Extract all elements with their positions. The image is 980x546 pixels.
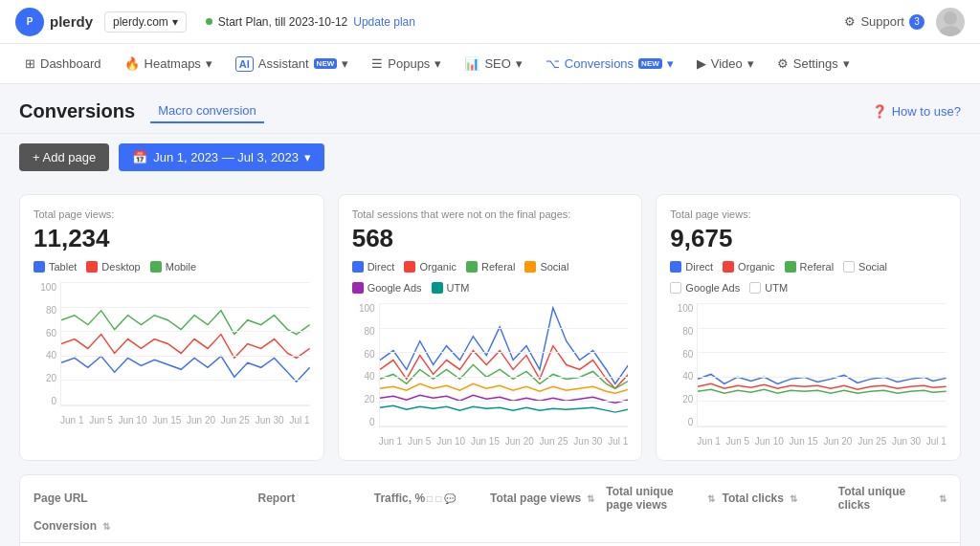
navbar: ⊞ Dashboard 🔥 Heatmaps ▾ AI Assistant NE…: [0, 44, 980, 84]
how-to-use-link[interactable]: ❓ How to use?: [872, 104, 961, 119]
controls-bar: + Add page 📅 Jun 1, 2023 — Jul 3, 2023 ▾: [0, 134, 980, 181]
nav-label-seo: SEO: [484, 56, 510, 71]
legend-direct-3: Direct: [670, 261, 713, 273]
page-header: Conversions Macro conversion ❓ How to us…: [0, 84, 980, 134]
legend-color-organic-3: [723, 261, 734, 273]
chart-label-2: Total sessions that were not on the fina…: [352, 208, 629, 220]
legend-color-utm: [432, 282, 443, 294]
assistant-new-badge: NEW: [314, 58, 338, 69]
nav-item-popups[interactable]: ☰ Popups ▾: [362, 51, 451, 76]
plan-text: Start Plan, till 2023-10-12: [218, 15, 347, 29]
legend-label-direct: Direct: [368, 261, 395, 273]
chart-area-2: 100806040200: [352, 303, 629, 447]
col-traffic[interactable]: Traffic, % □ □ 💬: [374, 491, 482, 505]
nav-item-heatmaps[interactable]: 🔥 Heatmaps ▾: [115, 51, 222, 76]
legend-label-social-3: Social: [858, 261, 887, 273]
sort-icon-conversion: [102, 521, 110, 532]
chart-yaxis-2: 100806040200: [352, 303, 379, 427]
gridlines-3: [698, 303, 947, 426]
nav-item-conversions[interactable]: ⌥ Conversions NEW ▾: [536, 51, 683, 76]
legend-label-google-ads-3: Google Ads: [685, 282, 740, 294]
chevron-down-icon: ▾: [434, 56, 441, 71]
legend-color-organic: [404, 261, 415, 273]
nav-label-conversions: Conversions: [565, 56, 634, 71]
macro-conversion-tab[interactable]: Macro conversion: [150, 99, 264, 123]
funnel-icon: ⌥: [546, 56, 560, 71]
chart-area-1: 100806040200 Jun 1Jun 5Jun 10Jun 15Jun 2…: [33, 282, 310, 426]
legend-label-direct-3: Direct: [685, 261, 713, 273]
chevron-down-icon: ▾: [342, 56, 348, 71]
update-plan-link[interactable]: Update plan: [353, 15, 415, 29]
legend-social-3: Social: [843, 261, 887, 273]
legend-utm-3: UTM: [749, 282, 788, 294]
col-total-unique-clicks[interactable]: Total unique clicks: [838, 485, 947, 512]
nav-label-assistant: Assistant: [258, 56, 309, 71]
support-label: Support: [860, 14, 904, 29]
plan-info: Start Plan, till 2023-10-12 Update plan: [206, 15, 415, 29]
col-total-unique-page-views[interactable]: Total unique page views: [606, 485, 714, 512]
col-total-clicks[interactable]: Total clicks: [723, 491, 831, 505]
traffic-icon-1: □: [427, 493, 433, 504]
col-total-page-views[interactable]: Total page views: [490, 491, 598, 505]
legend-color-google-ads: [352, 282, 364, 294]
legend-color-referal: [466, 261, 478, 273]
legend-label-social: Social: [540, 261, 568, 273]
chevron-down-icon: ▾: [206, 56, 212, 71]
nav-label-popups: Popups: [388, 56, 430, 71]
legend-referal: Referal: [466, 261, 515, 273]
chart-legend-2: Direct Organic Referal Social Google Ads…: [352, 261, 629, 294]
legend-direct: Direct: [352, 261, 395, 273]
chevron-down-icon: ▾: [843, 56, 850, 71]
traffic-icon-3: 💬: [444, 493, 456, 504]
gridlines-2: [380, 303, 629, 426]
col-label-total-page-views: Total page views: [490, 491, 581, 505]
sort-icon-total-clicks: [790, 493, 797, 504]
chart-xaxis-2: Jun 1Jun 5Jun 10Jun 15Jun 20Jun 25Jun 30…: [379, 436, 629, 447]
nav-item-seo[interactable]: 📊 SEO ▾: [455, 51, 531, 76]
legend-label-referal: Referal: [481, 261, 515, 273]
legend-color-social-3: [843, 261, 855, 273]
nav-label-dashboard: Dashboard: [40, 56, 101, 71]
legend-color-social: [524, 261, 536, 273]
chart-card-total-sessions: Total sessions that were not on the fina…: [338, 194, 643, 461]
legend-organic: Organic: [404, 261, 457, 273]
nav-label-video: Video: [711, 56, 743, 71]
heatmaps-icon: 🔥: [124, 56, 140, 71]
charts-row: Total page views: 11,234 Tablet Desktop …: [0, 181, 980, 474]
legend-label-utm-3: UTM: [765, 282, 788, 294]
nav-item-video[interactable]: ▶ Video ▾: [687, 51, 764, 76]
chevron-down-icon: ▾: [172, 15, 178, 29]
traffic-sort-icons: □ □ 💬: [427, 493, 456, 504]
domain-selector[interactable]: plerdy.com ▾: [104, 11, 187, 33]
col-label-total-clicks: Total clicks: [723, 491, 784, 505]
date-range-button[interactable]: 📅 Jun 1, 2023 — Jul 3, 2023 ▾: [119, 143, 324, 171]
chart-label-1: Total page views:: [33, 208, 310, 220]
date-range-label: Jun 1, 2023 — Jul 3, 2023: [153, 150, 299, 164]
nav-item-assistant[interactable]: AI Assistant NEW ▾: [226, 51, 358, 77]
logo-icon: P: [15, 8, 44, 36]
legend-color-desktop: [86, 261, 98, 273]
add-page-button[interactable]: + Add page: [19, 143, 109, 171]
question-icon: ❓: [872, 104, 887, 119]
chevron-down-icon: ▾: [747, 56, 754, 71]
support-button[interactable]: ⚙ Support 3: [844, 14, 924, 30]
nav-item-dashboard[interactable]: ⊞ Dashboard: [15, 51, 111, 76]
settings-icon: ⚙: [777, 56, 789, 71]
topbar-right: ⚙ Support 3: [844, 8, 965, 36]
col-report: Report: [258, 491, 367, 505]
avatar[interactable]: [936, 8, 965, 36]
chart-plot-3: [697, 303, 947, 427]
plan-status-dot: [206, 18, 212, 25]
dashboard-icon: ⊞: [25, 56, 35, 71]
legend-color-utm-3: [749, 282, 761, 294]
col-conversion[interactable]: Conversion: [33, 519, 251, 533]
legend-color-google-ads-3: [670, 282, 681, 294]
nav-item-settings[interactable]: ⚙ Settings ▾: [768, 51, 859, 76]
legend-label-organic-3: Organic: [738, 261, 775, 273]
legend-label-tablet: Tablet: [49, 261, 77, 273]
chevron-down-icon: ▾: [304, 150, 311, 164]
legend-google-ads-3: Google Ads: [670, 282, 740, 294]
chart-xaxis-1: Jun 1Jun 5Jun 10Jun 15Jun 20Jun 25Jun 30…: [60, 415, 310, 426]
svg-point-1: [939, 26, 962, 36]
legend-label-mobile: Mobile: [166, 261, 196, 273]
